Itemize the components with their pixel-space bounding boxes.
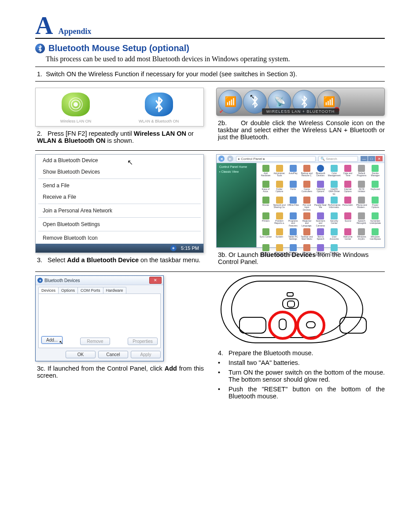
- dialog-title: Bluetooth Devices: [44, 278, 80, 283]
- control-panel-item[interactable]: Indexing Options: [314, 180, 327, 195]
- nav-fwd-icon[interactable]: ►: [227, 156, 233, 162]
- menu-send-file[interactable]: Send a File: [36, 180, 203, 191]
- control-panel-item[interactable]: Windows Mobilit.: [287, 244, 299, 259]
- tab-devices[interactable]: Devices: [38, 287, 59, 294]
- properties-button[interactable]: Properties: [128, 338, 158, 345]
- step-1: 1. Switch ON the Wireless Function if ne…: [37, 71, 385, 78]
- tab-hardware[interactable]: Hardware: [103, 287, 126, 294]
- control-panel-item[interactable]: Windows Defender: [259, 244, 272, 259]
- menu-add-bt-device[interactable]: Add a Bluetooth Device: [36, 155, 203, 166]
- dialog-close-button[interactable]: ✕: [149, 277, 162, 284]
- bluetooth-icon: [35, 44, 45, 53]
- control-panel-item[interactable]: Problem Reports a.: [273, 212, 286, 227]
- control-panel-item[interactable]: Intel(R) GMA Driver for.: [328, 180, 341, 195]
- control-panel-item[interactable]: Ease of Acce.: [259, 180, 272, 195]
- control-panel-item[interactable]: Date and Time: [342, 164, 354, 179]
- control-panel-item[interactable]: Text to Speech: [314, 228, 327, 243]
- control-panel-item[interactable]: Sync Center: [259, 228, 272, 243]
- control-panel-item[interactable]: Power Options: [369, 196, 382, 211]
- control-panel-item[interactable]: iSCSI Initiator: [355, 180, 368, 195]
- control-panel-item[interactable]: System: [273, 228, 286, 243]
- divider: [35, 271, 385, 272]
- cursor-icon: ↖: [59, 339, 63, 346]
- control-panel-item[interactable]: Performance Informatio.: [328, 196, 341, 211]
- control-panel-item[interactable]: People Near Me: [314, 196, 327, 211]
- intro-text: This process can be used to add most Blu…: [46, 55, 385, 63]
- cursor-icon: ↖: [127, 158, 133, 167]
- control-panel-item[interactable]: Security Center: [328, 212, 341, 227]
- control-panel-item[interactable]: Tablet PC Settings: [287, 228, 299, 243]
- cp-home-link[interactable]: Control Panel Home: [219, 165, 254, 168]
- control-panel-item[interactable]: Windows SideShow: [314, 244, 327, 259]
- wireless-console-toolbar: 📶 ↖ 📡 📶 ✔ WIRELESS LAN + BLUETOOTH: [216, 88, 385, 116]
- window-max-icon[interactable]: □: [368, 156, 375, 161]
- control-panel-item[interactable]: Scanners and Cameras: [314, 212, 327, 227]
- control-panel-item[interactable]: Windows Update: [328, 244, 341, 259]
- control-panel-item[interactable]: Speech Recogniti.: [355, 212, 368, 227]
- control-panel-item[interactable]: Welcome Center: [342, 228, 354, 243]
- control-panel-item[interactable]: Bluetooth Devices: [314, 164, 327, 179]
- control-panel-item[interactable]: Printers: [259, 212, 272, 227]
- cancel-button[interactable]: Cancel: [98, 351, 128, 358]
- control-panel-item[interactable]: Fonts: [287, 180, 299, 195]
- search-input[interactable]: 🔍 Search: [318, 156, 358, 162]
- control-panel-item[interactable]: Programs and Features: [287, 212, 299, 227]
- check-icon: ✔: [219, 108, 224, 115]
- control-panel-item[interactable]: Windows Sidebar .: [300, 244, 313, 259]
- control-panel-item[interactable]: Folder Options: [273, 180, 286, 195]
- control-panel-item[interactable]: Default Programs: [355, 164, 368, 179]
- control-panel-item[interactable]: Personaliz.: [342, 196, 354, 211]
- wlan-on-icon: [62, 93, 90, 116]
- tab-com-ports[interactable]: COM Ports: [77, 287, 103, 294]
- control-panel-item[interactable]: Mouse: [259, 196, 272, 211]
- bluetooth-devices-dialog: ∗Bluetooth Devices ✕ Devices Options COM…: [35, 275, 164, 361]
- menu-show-bt-devices[interactable]: Show Bluetooth Devices: [36, 166, 203, 178]
- control-panel-item[interactable]: Windows Firewall: [273, 244, 286, 259]
- control-panel-item[interactable]: User Accounts: [328, 228, 341, 243]
- window-close-icon[interactable]: ✕: [376, 156, 383, 161]
- menu-join-pan[interactable]: Join a Personal Area Network: [36, 205, 203, 216]
- control-panel-item[interactable]: Offline Files: [287, 196, 299, 211]
- control-panel-item[interactable]: Device Manager: [369, 164, 382, 179]
- cp-classic-view-link[interactable]: • Classic View: [219, 170, 254, 173]
- menu-remove-bt-icon[interactable]: Remove Bluetooth Icon: [36, 232, 203, 244]
- control-panel-item[interactable]: Game Controllers: [300, 180, 313, 195]
- chapter-letter: A: [35, 13, 53, 38]
- control-panel-item[interactable]: Windows Anytim.: [355, 228, 368, 243]
- page-title: Bluetooth Mouse Setup (optional): [48, 43, 189, 53]
- control-panel-item[interactable]: Phone and Modem .: [355, 196, 368, 211]
- control-panel-item[interactable]: AutoPlay: [287, 164, 299, 179]
- bluetooth-context-menu: Add a Bluetooth Device Show Bluetooth De…: [35, 154, 204, 253]
- control-panel-item[interactable]: Regional and Language.: [300, 212, 313, 227]
- step-2b: 2b.Or double click the Wireless Console …: [218, 119, 385, 141]
- address-bar[interactable]: ▸ Control Panel ▸: [236, 156, 316, 162]
- remove-button[interactable]: Remove: [80, 338, 110, 345]
- menu-open-bt-settings[interactable]: Open Bluetooth Settings: [36, 219, 203, 230]
- tray-bt-icon[interactable]: ∗: [170, 245, 177, 251]
- control-panel-item[interactable]: Taskbar and Start Menu: [300, 228, 313, 243]
- control-panel-item[interactable]: Keyboard: [369, 180, 382, 195]
- control-panel-item[interactable]: Backup and Restore C.: [300, 164, 313, 179]
- control-panel-item[interactable]: Network and Sharing Ce.: [273, 196, 286, 211]
- tab-options[interactable]: Options: [58, 287, 78, 294]
- apply-button[interactable]: Apply: [131, 351, 161, 358]
- control-panel-item[interactable]: Pen and Input Devices: [300, 196, 313, 211]
- control-panel-item[interactable]: Internet Options: [342, 180, 354, 195]
- control-panel-item[interactable]: Windows CardSpace: [369, 228, 382, 243]
- wireless-status-figure: Wireless LAN ON WLAN & Bluetooth ON: [35, 88, 204, 126]
- window-min-icon[interactable]: —: [361, 156, 368, 161]
- toolbar-label: WIRELESS LAN + BLUETOOTH: [262, 108, 339, 115]
- nav-back-icon[interactable]: ◄: [218, 156, 225, 162]
- step-4: 4.Prepare the Bluetooth mouse. •Install …: [218, 349, 385, 400]
- ok-button[interactable]: OK: [66, 351, 96, 358]
- control-panel-grid: Add HardwareAdministrat. ToolsAutoPlayBa…: [257, 155, 384, 247]
- control-panel-item[interactable]: Add Hardware: [259, 164, 272, 179]
- control-panel-item[interactable]: Sound: [342, 212, 354, 227]
- control-panel-item[interactable]: Symantec LiveUpdate: [369, 212, 382, 227]
- step-3: 3.Select Add a Bluetooth Device on the t…: [37, 256, 204, 264]
- mouse-bottom-diagram: [216, 275, 385, 346]
- menu-receive-file[interactable]: Receive a File: [36, 191, 203, 203]
- control-panel-item[interactable]: Administrat. Tools: [273, 164, 286, 179]
- control-panel-item[interactable]: Color Management: [328, 164, 341, 179]
- wlan-bt-on-icon: [145, 93, 173, 116]
